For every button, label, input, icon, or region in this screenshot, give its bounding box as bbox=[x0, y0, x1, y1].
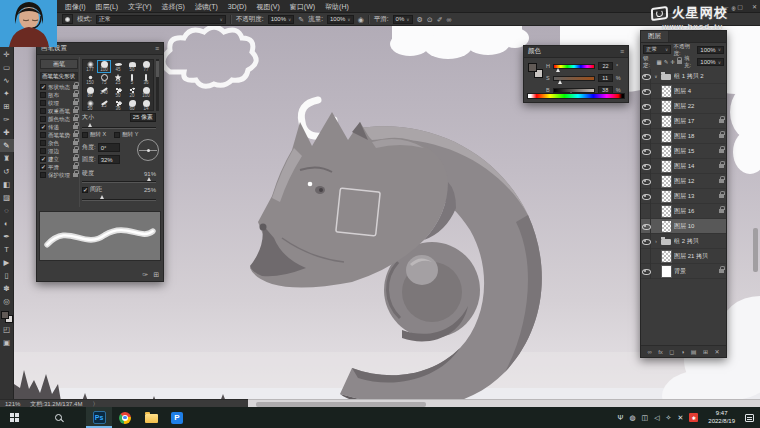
layer-row[interactable]: 图层 14 bbox=[641, 159, 726, 174]
tip-grid-scrollbar[interactable] bbox=[156, 59, 159, 111]
brush-option-row[interactable]: 杂色 bbox=[40, 139, 78, 147]
brush-option-row[interactable]: 散布 bbox=[40, 91, 78, 99]
zoom-tool[interactable]: ◎ bbox=[0, 295, 14, 308]
quick-selection-tool[interactable]: ✦ bbox=[0, 87, 14, 100]
alert-badge-icon[interactable]: ✱ bbox=[689, 413, 698, 422]
checkbox[interactable] bbox=[40, 156, 46, 162]
checkbox[interactable] bbox=[40, 116, 46, 122]
brush-option-row[interactable]: 保护纹理 bbox=[40, 171, 78, 179]
menu-item[interactable]: 图层(L) bbox=[91, 0, 124, 13]
flip-x-checkbox[interactable] bbox=[82, 132, 88, 138]
layer-row[interactable]: 图层 17 bbox=[641, 114, 726, 129]
dodge-tool[interactable]: ◐ bbox=[0, 217, 14, 230]
new-layer-icon[interactable]: ⊞ bbox=[703, 348, 708, 355]
visibility-toggle[interactable] bbox=[641, 69, 651, 84]
expand-arrow-icon[interactable]: ∨ bbox=[653, 74, 659, 79]
menu-item[interactable]: 窗口(W) bbox=[285, 0, 320, 13]
gradient-tool[interactable]: ▨ bbox=[0, 191, 14, 204]
brush-tip[interactable]: 25 bbox=[97, 99, 111, 112]
brightness-slider[interactable] bbox=[553, 88, 595, 93]
brush-tip[interactable]: 14 bbox=[139, 99, 153, 112]
brush-tip[interactable]: 45 bbox=[111, 60, 125, 73]
brush-tip[interactable]: 25 bbox=[111, 73, 125, 86]
brush-tip[interactable]: 50 bbox=[83, 99, 97, 112]
layer-thumbnail[interactable] bbox=[661, 265, 672, 278]
layer-thumbnail[interactable] bbox=[661, 175, 672, 188]
brush-tip[interactable]: 80 bbox=[83, 86, 97, 99]
eyedropper-tool[interactable]: ✑ bbox=[0, 113, 14, 126]
vertical-scrollbar[interactable] bbox=[753, 228, 758, 272]
brush-tip[interactable]: 36 bbox=[111, 99, 125, 112]
spacing-slider[interactable] bbox=[82, 199, 156, 201]
brush-option-row[interactable]: 纹理 bbox=[40, 99, 78, 107]
checkbox[interactable] bbox=[40, 172, 46, 178]
new-brush-icon[interactable]: ⊞ bbox=[153, 271, 159, 279]
blend-mode-select[interactable]: 正常∨ bbox=[96, 15, 226, 24]
visibility-toggle[interactable] bbox=[641, 174, 651, 189]
visibility-toggle[interactable] bbox=[641, 249, 651, 264]
checkbox[interactable] bbox=[40, 100, 46, 106]
layer-row[interactable]: 图层 13 bbox=[641, 189, 726, 204]
checkbox[interactable] bbox=[40, 124, 46, 130]
brush-option-row[interactable]: 传递 bbox=[40, 123, 78, 131]
layer-thumbnail[interactable] bbox=[661, 115, 672, 128]
layer-row[interactable]: 图层 15 bbox=[641, 144, 726, 159]
spacing-checkbox[interactable] bbox=[82, 187, 88, 193]
brush-option-row[interactable]: 画笔笔势 bbox=[40, 131, 78, 139]
flip-y-checkbox[interactable] bbox=[114, 132, 120, 138]
hand-tool[interactable]: ✽ bbox=[0, 282, 14, 295]
taskbar-photoshop[interactable]: Ps bbox=[86, 407, 112, 428]
expand-arrow-icon[interactable]: › bbox=[653, 239, 659, 244]
hue-slider[interactable] bbox=[553, 64, 595, 69]
hardness-slider[interactable] bbox=[82, 181, 156, 183]
layer-row[interactable]: 图层 18 bbox=[641, 129, 726, 144]
lasso-tool[interactable]: ∿ bbox=[0, 74, 14, 87]
layer-thumbnail[interactable] bbox=[661, 235, 672, 248]
panel-menu-icon[interactable]: ≡ bbox=[620, 48, 624, 55]
brush-tip[interactable]: 77 bbox=[139, 60, 153, 73]
checkbox[interactable] bbox=[40, 132, 46, 138]
volume-icon[interactable]: ◁ bbox=[654, 414, 659, 422]
angle-input[interactable]: 0° bbox=[98, 143, 120, 152]
angle-roundness-dial[interactable] bbox=[137, 139, 159, 161]
checkbox[interactable] bbox=[40, 108, 46, 114]
pressure-size-icon[interactable]: ✐ bbox=[437, 16, 443, 23]
layer-thumbnail[interactable] bbox=[661, 100, 672, 113]
layer-effects-icon[interactable]: fx bbox=[658, 349, 663, 355]
taskbar-file-explorer[interactable] bbox=[138, 407, 164, 428]
layer-row[interactable]: 图层 10 bbox=[641, 219, 726, 234]
brush-option-row[interactable]: 建立 bbox=[40, 155, 78, 163]
microphone-icon[interactable]: Ψ bbox=[618, 414, 624, 421]
foreground-color-swatch[interactable] bbox=[1, 311, 9, 319]
checkbox[interactable] bbox=[40, 140, 46, 146]
layer-thumbnail[interactable] bbox=[661, 250, 672, 263]
blend-mode-select[interactable]: 正常∨ bbox=[643, 45, 671, 54]
layer-row[interactable]: 图层 12 bbox=[641, 174, 726, 189]
adjustment-layer-icon[interactable]: ◑ bbox=[681, 349, 685, 355]
size-value[interactable]: 25 像素 bbox=[130, 113, 156, 122]
brush-option-row[interactable]: 形状动态 bbox=[40, 83, 78, 91]
lock-all-icon[interactable] bbox=[677, 60, 682, 64]
layer-row[interactable]: 图层 22 bbox=[641, 99, 726, 114]
brush-tip[interactable]: 60 bbox=[125, 99, 139, 112]
taskbar-chrome[interactable] bbox=[112, 407, 138, 428]
brush-tip[interactable]: 50 bbox=[111, 86, 125, 99]
panel-menu-icon[interactable]: ≡ bbox=[155, 45, 159, 52]
brush-tip[interactable]: 177 bbox=[83, 60, 97, 73]
smoothing-input[interactable]: 0%∨ bbox=[393, 15, 413, 24]
checkbox[interactable] bbox=[40, 84, 46, 90]
notification-center-icon[interactable] bbox=[745, 414, 754, 422]
brush-tool[interactable]: ✎ bbox=[0, 139, 14, 152]
layer-row[interactable]: › 组 2 拷贝 bbox=[641, 234, 726, 249]
taskbar-search-button[interactable] bbox=[44, 407, 72, 428]
brush-option-row[interactable]: 双重画笔 bbox=[40, 107, 78, 115]
visibility-toggle[interactable] bbox=[641, 159, 651, 174]
brush-preset-picker[interactable] bbox=[62, 14, 73, 24]
roundness-input[interactable]: 32% bbox=[98, 155, 120, 164]
layer-row[interactable]: ∨ 组 1 拷贝 2 bbox=[641, 69, 726, 84]
taskbar-p-app[interactable]: P bbox=[164, 407, 190, 428]
brush-pressure-opacity-icon[interactable]: ✎ bbox=[298, 16, 304, 23]
menu-item[interactable]: 视图(V) bbox=[251, 0, 284, 13]
layer-thumbnail[interactable] bbox=[661, 205, 672, 218]
brush-tip[interactable]: 20 bbox=[125, 86, 139, 99]
